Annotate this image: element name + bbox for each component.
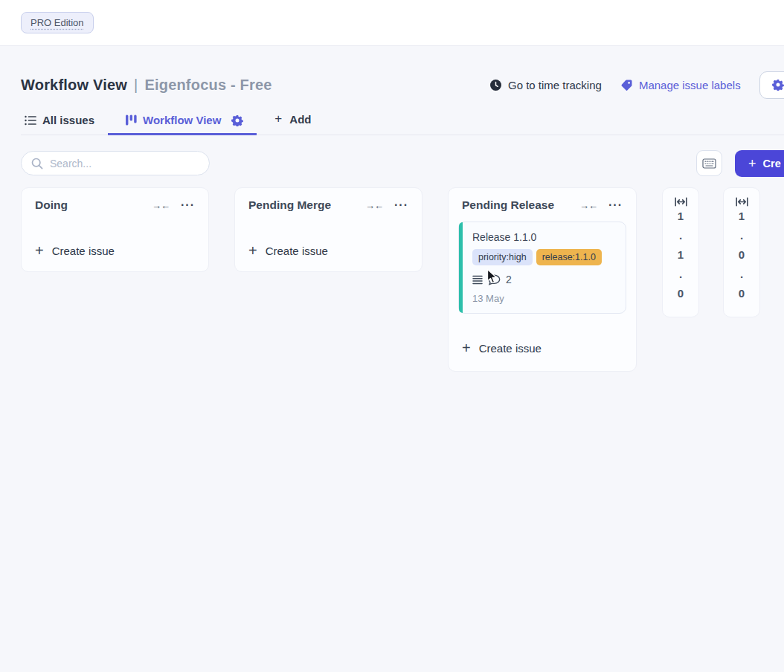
board-toolbar: + Cre [21, 149, 784, 177]
collapsed-column-1-1-0: 1.1.0 [662, 187, 699, 317]
comments-icon [488, 274, 501, 285]
collapsed-column-title: 1.1.0 [675, 210, 687, 306]
page-title: Workflow View|Eigenfocus - Free [21, 77, 272, 94]
column-menu-icon[interactable]: ··· [608, 198, 623, 212]
column-pending-merge: Pending Merge →← ··· + Create issue [234, 187, 422, 272]
manage-labels-link[interactable]: Manage issue labels [620, 79, 741, 91]
collapsed-column-title: 1.0.0 [736, 210, 748, 306]
collapse-column-icon[interactable]: →← [365, 200, 383, 211]
create-issue-row[interactable]: + Create issue [35, 243, 195, 258]
pro-edition-badge[interactable]: PRO Edition [21, 12, 94, 33]
create-issue-row[interactable]: + Create issue [248, 243, 408, 258]
column-pending-release: Pending Release →← ··· Release 1.1.0 pri… [448, 187, 637, 372]
keyboard-shortcuts-button[interactable] [696, 150, 722, 176]
tag-icon [620, 79, 633, 91]
search-icon [31, 158, 43, 169]
plus-icon: + [274, 112, 282, 126]
card-title: Release 1.1.0 [472, 231, 617, 243]
description-icon [472, 275, 483, 285]
kanban-icon [126, 114, 137, 126]
list-icon [25, 115, 36, 126]
header-actions: Go to time tracking Manage issue labels … [489, 70, 784, 100]
card-meta: 2 [472, 274, 617, 285]
tab-workflow-view[interactable]: Workflow View [108, 114, 257, 135]
view-settings-gear-icon[interactable] [231, 114, 243, 126]
plus-icon: + [462, 340, 471, 355]
tab-add[interactable]: + Add [257, 112, 324, 135]
card-labels: priority:high release:1.1.0 [472, 249, 617, 265]
gear-icon [772, 79, 784, 91]
search-box [21, 151, 210, 175]
column-title: Doing [35, 198, 152, 212]
collapsed-column-1-0-0: 1.0.0 [723, 187, 760, 317]
time-tracking-link[interactable]: Go to time tracking [489, 79, 602, 91]
project-name: Eigenfocus - Free [144, 77, 271, 93]
issue-card[interactable]: Release 1.1.0 priority:high release:1.1.… [458, 222, 626, 314]
project-settings-button[interactable]: Pr [759, 71, 784, 99]
kanban-board: Doing →← ··· + Create issue Pending Merg… [21, 187, 784, 372]
view-tabs: All issues Workflow View + Add [21, 109, 784, 135]
column-header: Doing →← ··· [35, 198, 195, 212]
card-accent-bar [459, 222, 463, 313]
page-header: Workflow View|Eigenfocus - Free Go to ti… [21, 68, 763, 101]
column-header: Pending Merge →← ··· [248, 198, 408, 212]
column-title: Pending Merge [248, 198, 365, 212]
expand-column-icon[interactable] [736, 197, 748, 207]
issue-label: priority:high [472, 249, 533, 265]
column-menu-icon[interactable]: ··· [181, 198, 195, 212]
card-due-date: 13 May [472, 293, 617, 304]
comment-count: 2 [506, 274, 512, 285]
title-divider: | [134, 77, 138, 93]
view-name: Workflow View [21, 77, 127, 93]
plus-icon: + [748, 156, 756, 172]
create-issue-row[interactable]: + Create issue [462, 340, 623, 355]
column-doing: Doing →← ··· + Create issue [21, 187, 209, 272]
clock-icon [489, 79, 502, 91]
keyboard-icon [702, 158, 716, 169]
search-input[interactable] [50, 158, 199, 169]
issue-label: release:1.1.0 [536, 249, 602, 265]
collapse-column-icon[interactable]: →← [152, 200, 170, 211]
column-menu-icon[interactable]: ··· [394, 198, 408, 212]
tab-all-issues[interactable]: All issues [21, 114, 108, 135]
plus-icon: + [248, 243, 257, 258]
plus-icon: + [35, 243, 44, 258]
column-header: Pending Release →← ··· [462, 198, 623, 212]
top-bar: PRO Edition [0, 0, 784, 46]
expand-column-icon[interactable] [675, 197, 687, 207]
collapse-column-icon[interactable]: →← [579, 200, 597, 211]
column-title: Pending Release [462, 198, 579, 212]
create-issue-button[interactable]: + Cre [735, 150, 784, 177]
